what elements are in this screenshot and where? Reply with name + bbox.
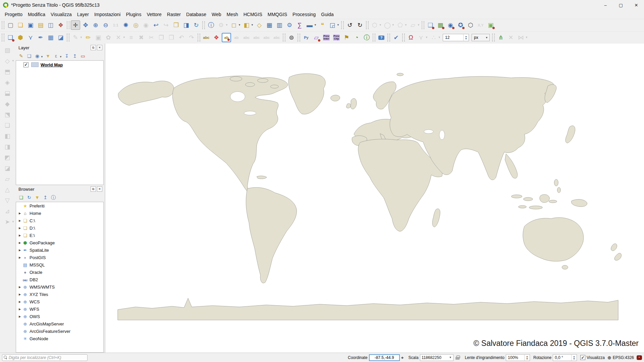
coordinate-capture-button[interactable]: X,Y xyxy=(476,20,485,30)
snapping-mode-button[interactable]: ⋎▼ xyxy=(416,33,426,42)
expand-arrow-icon[interactable]: ▶ xyxy=(17,212,22,215)
browser-item-home[interactable]: ▶⌂Home xyxy=(16,209,103,217)
move-label-button[interactable]: abc xyxy=(252,33,261,42)
offset-curve-button[interactable]: ◩ xyxy=(3,153,12,162)
expand-arrow-icon[interactable]: ▶ xyxy=(17,286,22,289)
expand-arrow-icon[interactable]: ▶ xyxy=(17,234,22,237)
collapse-all-button[interactable]: ↥ xyxy=(71,52,78,60)
browser-item-e[interactable]: ▶❏E:\ xyxy=(16,232,103,239)
menu-hcmgis[interactable]: HCMGIS xyxy=(241,11,265,18)
new-print-layout-button[interactable]: ▤ xyxy=(36,20,45,30)
delete-ring-button[interactable]: ◧ xyxy=(3,131,12,141)
toggle-editing-button[interactable]: ✏ xyxy=(84,33,93,42)
statistical-summary-button[interactable]: ▥ xyxy=(275,20,284,30)
measure-line-button[interactable]: ▬▼ xyxy=(305,20,314,30)
chevron-down-icon[interactable]: ▼ xyxy=(484,36,489,39)
new-virtual-layer-button[interactable]: ◪ xyxy=(56,33,65,42)
browser-item-c[interactable]: ▶❏C:\ xyxy=(16,217,103,224)
pan-map-button[interactable]: ✛ xyxy=(71,20,80,30)
unpin-labels-button[interactable]: ab xyxy=(232,33,241,42)
layer-panel-close-icon[interactable]: ✕ xyxy=(97,45,102,50)
browser-item-d[interactable]: ▶❏D:\ xyxy=(16,224,103,232)
browser-item-mssql[interactable]: ▤MSSQL xyxy=(16,261,103,268)
menu-modifica[interactable]: Modifica xyxy=(25,11,48,18)
georeferencer-button[interactable]: ▣ xyxy=(486,20,495,30)
browser-item-postgis[interactable]: ▶◗PostGIS xyxy=(16,254,103,261)
enable-snapping-button[interactable]: Ω xyxy=(406,33,416,42)
chevron-down-icon[interactable]: ▼ xyxy=(225,24,228,26)
deselect-all-button[interactable]: ◇ xyxy=(255,20,264,30)
processing-toolbox-button[interactable]: ⚙ xyxy=(285,20,294,30)
fill-ring-button[interactable]: ❏ xyxy=(3,121,12,130)
select-by-radius-button[interactable]: ⬠▼ xyxy=(395,20,405,30)
cut-features-button[interactable]: ✂ xyxy=(147,33,156,42)
export-map-button[interactable]: ❑ xyxy=(426,20,435,30)
modify-attributes-button[interactable]: ≡ xyxy=(126,33,136,42)
expand-all-button[interactable]: ↧ xyxy=(63,52,70,60)
python-console-button[interactable]: Py xyxy=(302,33,311,42)
menu-progetto[interactable]: Progetto xyxy=(2,11,25,18)
expand-arrow-icon[interactable]: ▶ xyxy=(17,227,22,230)
expand-arrow-icon[interactable]: ▶ xyxy=(17,241,22,244)
rotation-spinbox[interactable]: 0,0 ° ▲▼ xyxy=(553,354,577,361)
extent-toggle-icon[interactable]: ⌖ xyxy=(401,355,404,360)
browser-item-arcgismapserver[interactable]: ⊕ArcGisMapServer xyxy=(16,320,103,327)
copy-move-feature-button[interactable]: ⬒ xyxy=(3,67,12,76)
random-points-button[interactable]: ▩ xyxy=(436,20,445,30)
add-ring-button[interactable]: ◆ xyxy=(3,99,12,109)
split-parts-button[interactable]: ▱ xyxy=(3,174,12,184)
add-feature-button[interactable]: ✿ xyxy=(104,33,113,42)
select-within-button[interactable]: ◯▼ xyxy=(383,20,392,30)
save-project-button[interactable]: ▣ xyxy=(26,20,35,30)
scale-combo[interactable]: 118682250 ▼ xyxy=(420,354,453,361)
select-features-button[interactable]: ◻▼ xyxy=(229,20,238,30)
layer-visibility-checkbox[interactable]: ✓ xyxy=(23,62,29,67)
browser-item-arcgisfeatureserver[interactable]: ⊕ArcGisFeatureServer xyxy=(16,327,103,335)
show-bookmarks-button[interactable]: ◨ xyxy=(181,20,191,30)
locator-input[interactable] xyxy=(9,355,86,360)
chevron-down-icon[interactable]: ▼ xyxy=(438,36,441,39)
spin-arrows-icon[interactable]: ▲▼ xyxy=(571,355,577,361)
expand-arrow-icon[interactable]: ▶ xyxy=(17,315,22,318)
chevron-down-icon[interactable]: ▼ xyxy=(417,24,420,26)
expand-arrow-icon[interactable]: ▶ xyxy=(17,300,22,303)
collapse-all-browser-button[interactable]: ↥ xyxy=(42,194,49,201)
pin-labels-button[interactable]: ab xyxy=(222,33,231,42)
pan-to-selection-button[interactable]: ✥ xyxy=(81,20,90,30)
menu-plugins[interactable]: Plugins xyxy=(123,11,144,18)
copy-features-button[interactable]: ❐ xyxy=(157,33,166,42)
delete-selected-button[interactable]: ✖ xyxy=(137,33,146,42)
new-temporary-scratch-layer-button[interactable]: ▦ xyxy=(46,33,55,42)
snapping-tolerance-button[interactable]: ∴▼ xyxy=(429,33,438,42)
zoom-next-button[interactable]: ↪ xyxy=(161,20,171,30)
menu-impostazioni[interactable]: Impostazioni xyxy=(92,11,123,18)
zoom-to-selection-button[interactable]: ◉ xyxy=(141,20,151,30)
prev-inter-button[interactable]: Prev Inter xyxy=(322,33,331,42)
nav-undo-button[interactable]: ↺ xyxy=(345,20,355,30)
open-project-button[interactable]: ❏ xyxy=(16,20,25,30)
menu-layer[interactable]: Layer xyxy=(74,11,92,18)
new-project-button[interactable]: ▢ xyxy=(6,20,15,30)
select-by-form-button[interactable]: ◧▼ xyxy=(242,20,251,30)
zoom-last-button[interactable]: ↩ xyxy=(151,20,161,30)
chevron-down-icon[interactable]: ▼ xyxy=(238,24,241,26)
run-feature-action-button[interactable]: ⚙▼ xyxy=(216,20,226,30)
merge-attributes-button[interactable]: ⊿ xyxy=(3,206,12,216)
browser-item-spatialite[interactable]: ▶✒SpatiaLite xyxy=(16,246,103,254)
show-hide-labels-button[interactable]: abc xyxy=(242,33,251,42)
browser-item-ows[interactable]: ▶⊕OWS xyxy=(16,313,103,320)
reshape-features-button[interactable]: ◪ xyxy=(3,164,12,173)
layer-item-label[interactable]: World Map xyxy=(41,62,63,67)
open-layer-styling-button[interactable]: ✎ xyxy=(17,52,25,60)
snapping-unit[interactable]: px▼ xyxy=(472,34,490,41)
add-part-button[interactable]: ⬔ xyxy=(3,110,12,119)
chevron-down-icon[interactable]: ▼ xyxy=(41,56,43,58)
menu-database[interactable]: Database xyxy=(183,11,209,18)
simplify-feature-button[interactable]: ⬓ xyxy=(3,88,12,98)
menu-visualizza[interactable]: Visualizza xyxy=(48,11,74,18)
chevron-down-icon[interactable]: ▼ xyxy=(12,60,14,62)
minimize-button[interactable]: – xyxy=(598,0,613,10)
crs-status[interactable]: EPSG:4326 xyxy=(613,355,634,360)
menu-vettore[interactable]: Vettore xyxy=(144,11,164,18)
expand-arrow-icon[interactable]: ▶ xyxy=(17,308,22,311)
